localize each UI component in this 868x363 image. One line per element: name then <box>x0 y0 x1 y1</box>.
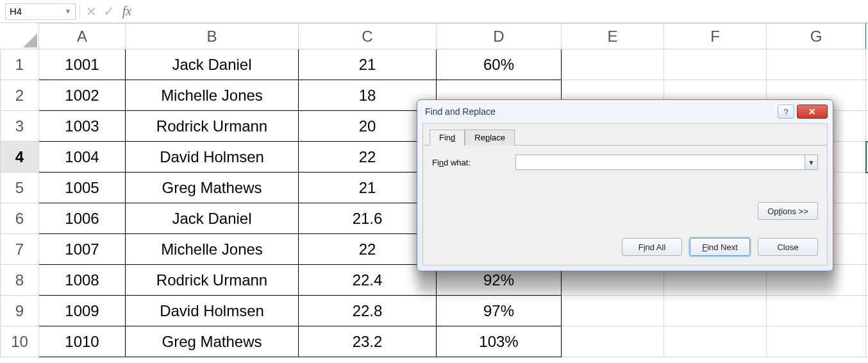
cell[interactable]: Michelle Jones <box>126 80 299 111</box>
row-header[interactable]: 7 <box>1 234 39 265</box>
help-button[interactable]: ? <box>778 105 794 119</box>
cell[interactable]: Greg Mathews <box>126 326 299 357</box>
row-header[interactable]: 2 <box>1 80 39 111</box>
cell[interactable]: Jack Daniel <box>126 203 299 234</box>
formula-input[interactable] <box>138 4 863 19</box>
cell[interactable]: 1004 <box>39 142 126 173</box>
cell[interactable]: 1008 <box>39 265 126 296</box>
cell[interactable]: 1010 <box>39 326 126 357</box>
cell[interactable]: 1007 <box>39 234 126 265</box>
cell[interactable]: David Holmsen <box>126 296 299 326</box>
col-header-E[interactable]: E <box>562 24 664 49</box>
cell[interactable] <box>866 111 869 142</box>
cell[interactable]: Michelle Jones <box>126 234 299 265</box>
row-header[interactable]: 9 <box>1 296 39 326</box>
cell[interactable] <box>866 296 869 326</box>
cell[interactable]: Rodrick Urmann <box>126 265 299 296</box>
tab-find[interactable]: Find <box>430 130 465 146</box>
cell[interactable] <box>866 49 869 80</box>
col-header-B[interactable]: B <box>126 24 299 49</box>
find-what-dropdown-icon[interactable]: ▼ <box>805 155 817 169</box>
cancel-icon: ✕ <box>84 4 98 19</box>
cell[interactable] <box>664 296 767 326</box>
col-header-G[interactable]: G <box>767 24 866 49</box>
tab-replace[interactable]: Replace <box>465 130 515 146</box>
cell[interactable]: 20 <box>299 111 437 142</box>
close-icon: ✕ <box>808 106 816 117</box>
cell[interactable]: David Holmsen <box>126 142 299 173</box>
cell[interactable] <box>562 296 664 326</box>
cell[interactable] <box>866 326 869 357</box>
col-header-F[interactable]: F <box>664 24 767 49</box>
cell[interactable]: 23.2 <box>299 326 437 357</box>
window-close-button[interactable]: ✕ <box>797 105 828 119</box>
cell[interactable]: 21 <box>299 49 437 80</box>
cell[interactable]: 103% <box>437 326 562 357</box>
cell[interactable]: 1009 <box>39 296 126 326</box>
row-header[interactable]: 5 <box>1 173 39 203</box>
cell[interactable]: 1006 <box>39 203 126 234</box>
dialog-tabs: Find Replace <box>423 124 827 145</box>
cell[interactable] <box>767 326 866 357</box>
row-header[interactable]: 10 <box>1 326 39 357</box>
cell[interactable] <box>866 265 869 296</box>
cell[interactable] <box>664 49 767 80</box>
cell[interactable] <box>866 203 869 234</box>
close-button[interactable]: Close <box>758 238 818 256</box>
find-what-input[interactable] <box>516 155 805 169</box>
row-header[interactable]: 3 <box>1 111 39 142</box>
cell[interactable]: 22.8 <box>299 296 437 326</box>
cell[interactable]: 1003 <box>39 111 126 142</box>
cell[interactable]: 1001 <box>39 49 126 80</box>
cell[interactable]: 1005 <box>39 173 126 203</box>
cell[interactable]: 1002 <box>39 80 126 111</box>
find-next-button[interactable]: Find Next <box>690 238 750 256</box>
cell[interactable] <box>866 80 869 111</box>
cell[interactable] <box>562 326 664 357</box>
find-all-button[interactable]: Find All <box>622 238 682 256</box>
cell[interactable] <box>664 326 767 357</box>
find-replace-dialog: Find and Replace ? ✕ Find Replace Find w… <box>417 99 833 271</box>
separator <box>79 4 80 19</box>
find-what-combo[interactable]: ▼ <box>515 155 818 170</box>
find-panel: Find what: ▼ Options >> <box>423 145 827 232</box>
table-row: 9 1009 David Holmsen 22.8 97% <box>1 296 869 326</box>
select-all-corner[interactable] <box>1 24 39 49</box>
cell[interactable]: 60% <box>437 49 562 80</box>
cell[interactable]: Jack Daniel <box>126 49 299 80</box>
col-header-C[interactable]: C <box>299 24 437 49</box>
cell-reference: H4 <box>10 6 22 17</box>
selected-cell[interactable] <box>866 142 869 173</box>
formula-bar: H4 ▼ ✕ ✓ fx <box>0 0 868 23</box>
cell[interactable]: 21 <box>299 173 437 203</box>
row-header[interactable]: 6 <box>1 203 39 234</box>
dialog-title: Find and Replace <box>425 106 496 117</box>
cell[interactable]: 18 <box>299 80 437 111</box>
table-row: 10 1010 Greg Mathews 23.2 103% <box>1 326 869 357</box>
cell[interactable]: 97% <box>437 296 562 326</box>
col-header-H[interactable] <box>866 24 869 49</box>
cell[interactable]: Greg Mathews <box>126 173 299 203</box>
cell[interactable]: 22.4 <box>299 265 437 296</box>
cell[interactable] <box>562 49 664 80</box>
fx-icon[interactable]: fx <box>120 4 134 19</box>
col-header-D[interactable]: D <box>437 24 562 49</box>
name-box-dropdown-icon[interactable]: ▼ <box>65 8 71 15</box>
cell[interactable]: Rodrick Urmann <box>126 111 299 142</box>
row-header[interactable]: 4 <box>1 142 39 173</box>
cell[interactable] <box>866 173 869 203</box>
row-header[interactable]: 1 <box>1 49 39 80</box>
cell[interactable] <box>767 296 866 326</box>
cell[interactable]: 22 <box>299 234 437 265</box>
cell[interactable]: 22 <box>299 142 437 173</box>
col-header-A[interactable]: A <box>39 24 126 49</box>
options-button[interactable]: Options >> <box>758 202 818 220</box>
find-what-label: Find what: <box>432 158 509 167</box>
name-box[interactable]: H4 ▼ <box>5 3 76 20</box>
dialog-titlebar[interactable]: Find and Replace ? ✕ <box>417 100 833 123</box>
cell[interactable] <box>866 234 869 265</box>
cell[interactable] <box>767 49 866 80</box>
row-header[interactable]: 8 <box>1 265 39 296</box>
table-row: 1 1001 Jack Daniel 21 60% <box>1 49 869 80</box>
cell[interactable]: 21.6 <box>299 203 437 234</box>
